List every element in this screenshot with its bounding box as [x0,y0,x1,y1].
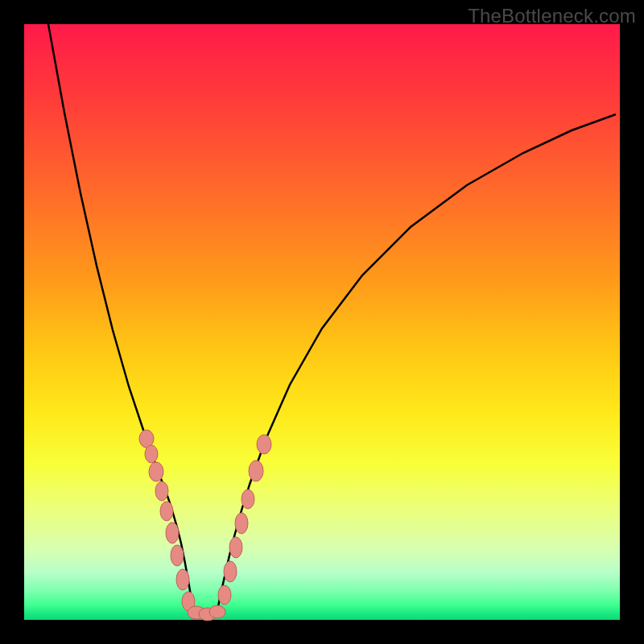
right-marker-6 [257,435,271,454]
left-marker-5 [166,522,179,543]
right-marker-0 [218,585,231,605]
curve-right [217,114,616,610]
chart-svg [24,24,620,620]
right-marker-5 [249,460,263,481]
watermark-text: TheBottleneck.com [468,5,636,27]
left-marker-6 [171,545,184,566]
chart-frame: TheBottleneck.com [0,0,644,644]
left-marker-7 [176,569,189,590]
data-markers [139,430,271,621]
left-marker-3 [155,481,168,501]
right-marker-2 [229,537,242,558]
left-marker-1 [145,445,158,463]
floor-marker-2 [209,605,225,618]
right-marker-4 [242,489,254,509]
right-marker-1 [224,561,237,582]
right-marker-3 [235,513,248,534]
left-marker-4 [160,502,173,521]
plot-area [24,24,620,620]
left-marker-2 [149,462,163,481]
